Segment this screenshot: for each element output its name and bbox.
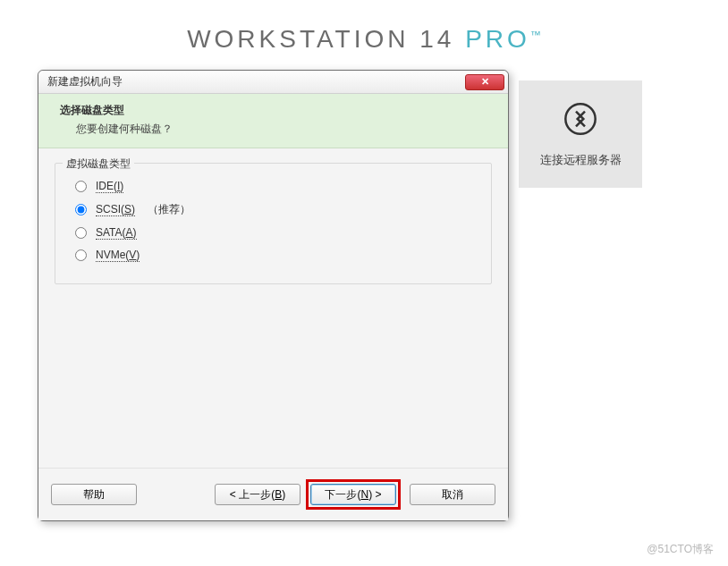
radio-sata-input[interactable] — [75, 227, 87, 239]
radio-ide-input[interactable] — [75, 181, 87, 192]
dialog-heading: 选择磁盘类型 — [60, 103, 492, 118]
watermark: @51CTO博客 — [647, 542, 714, 557]
radio-scsi[interactable]: SCSI(S) （推荐） — [75, 202, 478, 217]
radio-nvme-input[interactable] — [75, 249, 87, 261]
dialog-subheading: 您要创建何种磁盘？ — [76, 122, 492, 137]
svg-point-0 — [565, 104, 595, 133]
help-button[interactable]: 帮助 — [51, 484, 137, 505]
new-vm-wizard-dialog: 新建虚拟机向导 ✕ 选择磁盘类型 您要创建何种磁盘？ 虚拟磁盘类型 IDE(I)… — [38, 70, 509, 521]
back-button[interactable]: < 上一步(B) — [215, 484, 301, 505]
dialog-body: 虚拟磁盘类型 IDE(I) SCSI(S) （推荐） SATA(A) NVMe(… — [38, 148, 508, 468]
brand-title: WORKSTATION 14 PRO™ — [0, 25, 728, 54]
cancel-button[interactable]: 取消 — [410, 484, 495, 505]
radio-nvme[interactable]: NVMe(V) — [75, 249, 478, 262]
dialog-header: 选择磁盘类型 您要创建何种磁盘？ — [38, 94, 508, 148]
radio-scsi-label: SCSI(S) — [96, 203, 135, 216]
dialog-title: 新建虚拟机向导 — [47, 74, 465, 89]
radio-ide[interactable]: IDE(I) — [75, 180, 478, 193]
connect-remote-label: 连接远程服务器 — [540, 152, 622, 168]
dialog-footer: 帮助 < 上一步(B) 下一步(N) > 取消 — [38, 468, 508, 520]
radio-sata[interactable]: SATA(A) — [75, 226, 478, 240]
dialog-titlebar: 新建虚拟机向导 ✕ — [38, 71, 508, 94]
group-legend: 虚拟磁盘类型 — [63, 156, 134, 172]
radio-nvme-label: NVMe(V) — [96, 249, 140, 262]
radio-ide-label: IDE(I) — [96, 180, 123, 193]
radio-scsi-hint: （推荐） — [148, 202, 190, 217]
connect-remote-server-tile[interactable]: 连接远程服务器 — [519, 80, 642, 188]
radio-scsi-input[interactable] — [75, 204, 87, 215]
radio-sata-label: SATA(A) — [96, 226, 137, 240]
next-button-highlight: 下一步(N) > — [306, 479, 401, 510]
connect-remote-icon — [563, 101, 598, 139]
close-icon: ✕ — [481, 77, 489, 87]
next-button[interactable]: 下一步(N) > — [310, 484, 396, 505]
disk-type-group: 虚拟磁盘类型 IDE(I) SCSI(S) （推荐） SATA(A) NVMe(… — [55, 163, 492, 284]
close-button[interactable]: ✕ — [465, 74, 504, 90]
